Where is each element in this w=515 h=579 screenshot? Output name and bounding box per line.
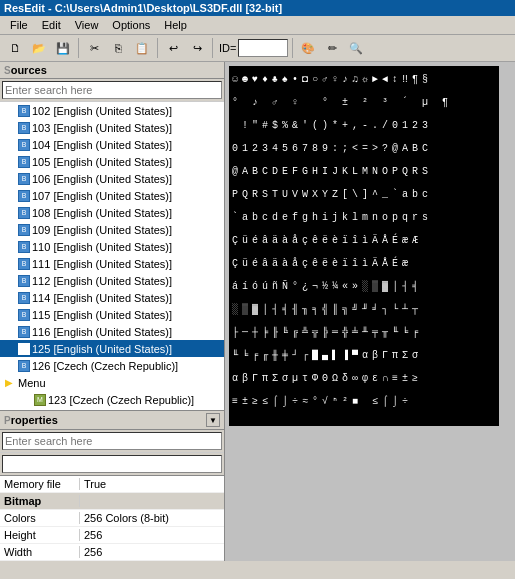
resource-icon: B <box>18 275 30 287</box>
resource-icon: B <box>18 292 30 304</box>
edit-menu[interactable]: Edit <box>36 18 67 32</box>
tree-item-label: 114 [English (United States)] <box>32 292 172 304</box>
tree-menu-group[interactable]: ▶Menu <box>0 374 224 391</box>
tree-item-105[interactable]: B105 [English (United States)] <box>0 153 224 170</box>
toolbar-sep-2 <box>157 38 158 58</box>
prop-name-1: Bitmap <box>0 495 80 507</box>
cut-button[interactable]: ✂ <box>83 37 105 59</box>
tree-item-102[interactable]: B102 [English (United States)] <box>0 102 224 119</box>
edit2-button[interactable]: ✏ <box>321 37 343 59</box>
toolbar-sep-1 <box>78 38 79 58</box>
tree-item-123[interactable]: M123 [Czech (Czech Republic)] <box>0 391 224 408</box>
folder-icon: ▶ <box>2 376 16 390</box>
copy-button[interactable]: ⎘ <box>107 37 129 59</box>
toolbar-sep-3 <box>212 38 213 58</box>
resource-icon: B <box>18 241 30 253</box>
resource-icon: M <box>34 394 46 406</box>
properties-section: Properties ▼ File Memory fileTrueBitmapC… <box>0 410 224 561</box>
prop-value-3: 256 <box>80 529 224 541</box>
resource-icon: B <box>18 360 30 372</box>
prop-row-2: Colors256 Colors (8-bit) <box>0 510 224 527</box>
tree-item-label: 111 [English (United States)] <box>32 258 172 270</box>
open-button[interactable]: 📂 <box>28 37 50 59</box>
tree-item-114[interactable]: B114 [English (United States)] <box>0 289 224 306</box>
prop-name-2: Colors <box>0 512 80 524</box>
prop-name-4: Width <box>0 546 80 558</box>
resource-icon: B <box>18 190 30 202</box>
resource-icon: B <box>18 224 30 236</box>
save-button[interactable]: 💾 <box>52 37 74 59</box>
tree-item-116[interactable]: B116 [English (United States)] <box>0 323 224 340</box>
sources-title: ources <box>11 64 47 76</box>
properties-header: Properties ▼ <box>0 411 224 430</box>
tree-item-110[interactable]: B110 [English (United States)] <box>0 238 224 255</box>
tree-item-label: 115 [English (United States)] <box>32 309 172 321</box>
tree-item-126[interactable]: B126 [Czech (Czech Republic)] <box>0 357 224 374</box>
resource-icon: B <box>18 139 30 151</box>
tree-item-label: 108 [English (United States)] <box>32 207 172 219</box>
resource-icon: B <box>18 156 30 168</box>
palette-button[interactable]: 🎨 <box>297 37 319 59</box>
prop-name-3: Height <box>0 529 80 541</box>
tree-container[interactable]: B102 [English (United States)]B103 [Engl… <box>0 102 224 410</box>
view-menu[interactable]: View <box>69 18 105 32</box>
tree-item-115[interactable]: B115 [English (United States)] <box>0 306 224 323</box>
properties-filter-input[interactable]: File <box>2 455 222 473</box>
right-panel <box>225 62 515 561</box>
tree-item-112[interactable]: B112 [English (United States)] <box>0 272 224 289</box>
prop-name-0: Memory file <box>0 478 80 490</box>
toolbar: 🗋 📂 💾 ✂ ⎘ 📋 ↩ ↪ ID= 🎨 ✏ 🔍 <box>0 35 515 62</box>
tree-item-107[interactable]: B107 [English (United States)] <box>0 187 224 204</box>
menu-bar: File Edit View Options Help <box>0 16 515 35</box>
left-panel: Sources B102 [English (United States)]B1… <box>0 62 225 561</box>
sources-search-input[interactable] <box>2 81 222 99</box>
tree-item-label: 110 [English (United States)] <box>32 241 172 253</box>
prop-value-2: 256 Colors (8-bit) <box>80 512 224 524</box>
new-button[interactable]: 🗋 <box>4 37 26 59</box>
tree-item-109[interactable]: B109 [English (United States)] <box>0 221 224 238</box>
tree-item-label: 107 [English (United States)] <box>32 190 172 202</box>
tree-item-label: 116 [English (United States)] <box>32 326 172 338</box>
tree-item-label: 105 [English (United States)] <box>32 156 172 168</box>
properties-search-input[interactable] <box>2 432 222 450</box>
tree-item-104[interactable]: B104 [English (United States)] <box>0 136 224 153</box>
properties-dropdown[interactable]: ▼ <box>206 413 220 427</box>
tree-item-111[interactable]: B111 [English (United States)] <box>0 255 224 272</box>
tree-item-label: 126 [Czech (Czech Republic)] <box>32 360 178 372</box>
id-input[interactable] <box>238 39 288 57</box>
tree-item-label: 125 [English (United States)] <box>32 343 172 355</box>
help-menu[interactable]: Help <box>158 18 193 32</box>
properties-title: roperties <box>11 414 58 426</box>
options-menu[interactable]: Options <box>106 18 156 32</box>
tree-item-label: 103 [English (United States)] <box>32 122 172 134</box>
sources-header: Sources <box>0 62 224 79</box>
bitmap-canvas <box>229 66 499 426</box>
properties-search-area <box>0 430 224 453</box>
toolbar-sep-4 <box>292 38 293 58</box>
resource-icon: B <box>18 122 30 134</box>
tree-item-125[interactable]: B125 [English (United States)] <box>0 340 224 357</box>
file-menu[interactable]: File <box>4 18 34 32</box>
prop-row-1: Bitmap <box>0 493 224 510</box>
properties-table: Memory fileTrueBitmapColors256 Colors (8… <box>0 476 224 561</box>
resource-icon: B <box>18 105 30 117</box>
menu-group-label: Menu <box>18 377 46 389</box>
redo-button[interactable]: ↪ <box>186 37 208 59</box>
paste-button[interactable]: 📋 <box>131 37 153 59</box>
prop-value-0: True <box>80 478 224 490</box>
undo-button[interactable]: ↩ <box>162 37 184 59</box>
tree-item-label: 112 [English (United States)] <box>32 275 172 287</box>
resource-icon: B <box>18 326 30 338</box>
tree-item-label: 123 [Czech (Czech Republic)] <box>48 394 194 406</box>
tree-item-label: 109 [English (United States)] <box>32 224 172 236</box>
tree-item-108[interactable]: B108 [English (United States)] <box>0 204 224 221</box>
tree-item-label: 102 [English (United States)] <box>32 105 172 117</box>
search-button[interactable]: 🔍 <box>345 37 367 59</box>
tree-item-label: 104 [English (United States)] <box>32 139 172 151</box>
resource-icon: B <box>18 343 30 355</box>
resource-icon: B <box>18 173 30 185</box>
tree-item-103[interactable]: B103 [English (United States)] <box>0 119 224 136</box>
properties-filter-area: File <box>0 453 224 476</box>
resource-icon: B <box>18 258 30 270</box>
tree-item-106[interactable]: B106 [English (United States)] <box>0 170 224 187</box>
